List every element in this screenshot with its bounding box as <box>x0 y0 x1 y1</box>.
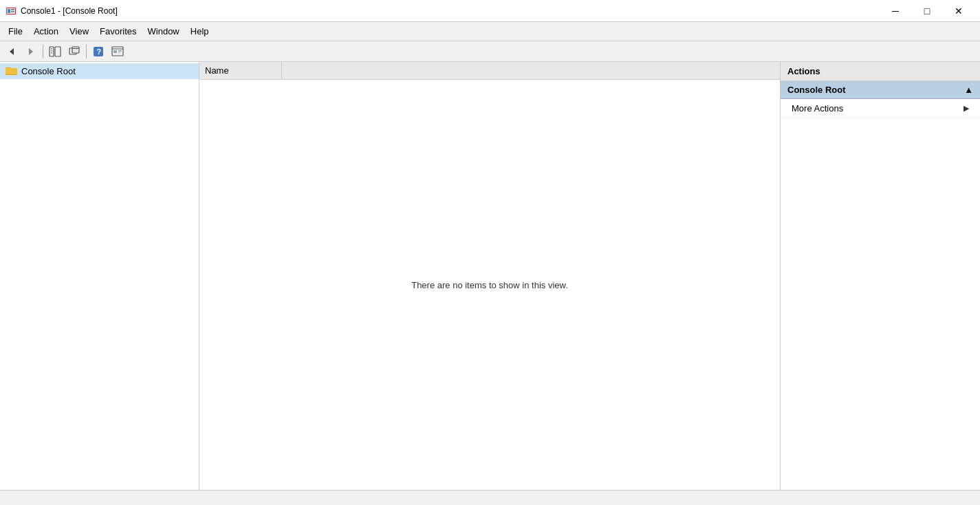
more-actions-label: More Actions <box>792 103 843 114</box>
new-window-button[interactable] <box>65 43 83 60</box>
menu-item-favorites[interactable]: Favorites <box>94 23 142 39</box>
svg-marker-5 <box>10 48 14 55</box>
toolbar: ? <box>0 41 980 62</box>
tree-item-console-root[interactable]: Console Root <box>0 63 199 79</box>
svg-rect-4 <box>11 11 14 12</box>
window-title: Console1 - [Console Root] <box>21 6 880 16</box>
minimize-button[interactable]: ─ <box>880 0 911 22</box>
svg-text:?: ? <box>97 47 102 56</box>
toolbar-separator-1 <box>43 45 43 58</box>
svg-rect-3 <box>11 9 14 10</box>
svg-rect-7 <box>50 47 54 56</box>
main-area: Console Root Name There are no items to … <box>0 62 980 490</box>
svg-rect-19 <box>113 50 117 53</box>
tree-item-label: Console Root <box>21 66 76 76</box>
svg-rect-20 <box>118 50 122 52</box>
actions-group-console-root[interactable]: Console Root ▲ <box>781 81 980 99</box>
forward-button[interactable] <box>22 43 40 60</box>
actions-panel-title: Actions <box>781 62 980 81</box>
menu-item-action[interactable]: Action <box>28 23 64 39</box>
tree-pane: Console Root <box>0 62 199 490</box>
actions-group-collapse-icon: ▲ <box>964 85 973 95</box>
actions-group-label: Console Root <box>787 85 846 95</box>
menu-item-view[interactable]: View <box>64 23 94 39</box>
name-column-header[interactable]: Name <box>199 62 282 79</box>
center-header: Name <box>199 62 780 80</box>
title-bar: Console1 - [Console Root] ─ □ ✕ <box>0 0 980 22</box>
app-icon <box>6 6 17 17</box>
status-bar <box>0 490 980 505</box>
window-controls: ─ □ ✕ <box>880 0 974 22</box>
actions-pane: Actions Console Root ▲ More Actions ▶ <box>781 62 980 490</box>
properties-button[interactable] <box>109 43 127 60</box>
menu-item-file[interactable]: File <box>3 23 28 39</box>
show-hide-tree-button[interactable] <box>46 43 64 60</box>
svg-marker-6 <box>29 48 33 55</box>
svg-rect-2 <box>8 9 10 13</box>
svg-rect-8 <box>55 47 61 56</box>
close-button[interactable]: ✕ <box>943 0 974 22</box>
folder-icon <box>6 65 18 77</box>
back-button[interactable] <box>3 43 21 60</box>
center-pane: Name There are no items to show in this … <box>199 62 781 490</box>
menu-bar: FileActionViewFavoritesWindowHelp <box>0 22 980 41</box>
more-actions-arrow-icon: ▶ <box>963 104 969 113</box>
empty-message: There are no items to show in this view. <box>411 280 568 290</box>
more-actions-item[interactable]: More Actions ▶ <box>781 99 980 118</box>
svg-rect-21 <box>118 52 120 53</box>
toolbar-separator-2 <box>86 45 87 58</box>
center-body: There are no items to show in this view. <box>199 80 780 490</box>
maximize-button[interactable]: □ <box>911 0 943 22</box>
menu-item-window[interactable]: Window <box>142 23 185 39</box>
svg-rect-13 <box>72 47 79 53</box>
menu-item-help[interactable]: Help <box>185 23 215 39</box>
svg-rect-25 <box>6 69 17 74</box>
help-button[interactable]: ? <box>89 43 107 60</box>
